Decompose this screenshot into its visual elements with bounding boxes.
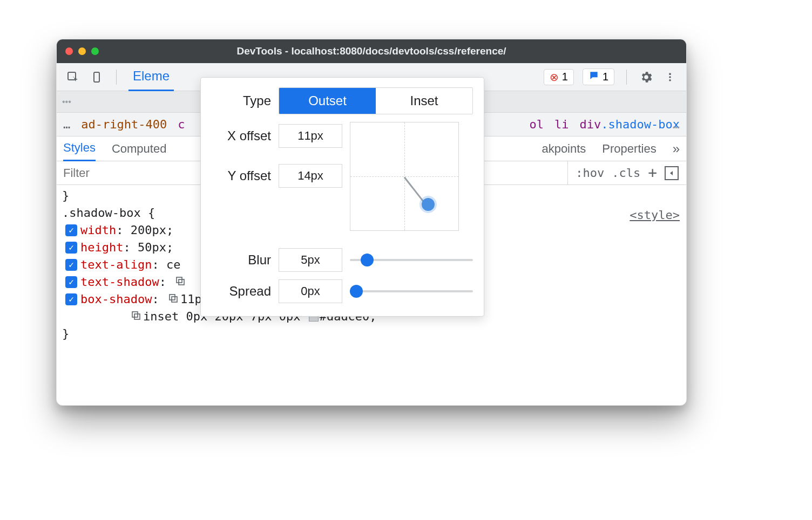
filter-tools: :hov .cls + — [567, 161, 686, 184]
errors-count: 1 — [562, 71, 568, 83]
window-close-dot[interactable] — [65, 47, 73, 55]
hov-toggle[interactable]: :hov — [576, 166, 604, 180]
breadcrumb-li[interactable]: li — [554, 118, 569, 131]
traffic-lights — [65, 47, 99, 55]
spread-input[interactable] — [279, 279, 342, 303]
type-segmented-control: Outset Inset — [279, 87, 473, 114]
svg-rect-8 — [172, 297, 177, 302]
prop-checkbox[interactable]: ✓ — [65, 259, 77, 271]
tab-breakpoints[interactable]: akpoints — [542, 142, 586, 156]
inset-button[interactable]: Inset — [376, 88, 472, 114]
breadcrumb-class-fragment[interactable]: ad-right-400 — [81, 118, 167, 131]
toolbar-divider — [116, 70, 117, 85]
titlebar: DevTools - localhost:8080/docs/devtools/… — [57, 39, 686, 63]
svg-rect-7 — [170, 295, 175, 300]
popup-x-label: X offset — [212, 128, 279, 143]
window-minimize-dot[interactable] — [78, 47, 86, 55]
closing-brace: } — [62, 325, 681, 343]
messages-badge[interactable]: 1 — [583, 69, 614, 85]
gear-icon[interactable] — [639, 70, 654, 85]
svg-rect-6 — [179, 279, 184, 285]
blur-input[interactable] — [279, 248, 342, 272]
window-title: DevTools - localhost:8080/docs/devtools/… — [57, 45, 686, 57]
prop-checkbox[interactable]: ✓ — [65, 293, 77, 305]
inspect-icon[interactable] — [65, 70, 80, 85]
dom-ellipsis: ••• — [62, 97, 71, 107]
spread-slider[interactable] — [350, 290, 473, 292]
prop-checkbox[interactable]: ✓ — [65, 242, 77, 254]
devtools-window: DevTools - localhost:8080/docs/devtools/… — [56, 39, 687, 406]
prop-name: box-shadow — [80, 292, 152, 306]
prop-name: height — [80, 241, 123, 254]
svg-rect-10 — [134, 314, 140, 319]
shadow-editor-icon[interactable] — [131, 308, 141, 325]
svg-point-2 — [669, 73, 671, 75]
offset-picker[interactable] — [350, 122, 459, 231]
tab-computed[interactable]: Computed — [112, 142, 167, 156]
blur-slider[interactable] — [350, 259, 473, 261]
errors-badge[interactable]: ⊗ 1 — [544, 69, 574, 85]
prop-value: ce — [166, 258, 181, 271]
window-zoom-dot[interactable] — [91, 47, 99, 55]
breadcrumb-trail-ellipsis: … — [673, 118, 680, 131]
kebab-icon[interactable] — [662, 70, 678, 85]
svg-rect-9 — [132, 312, 138, 317]
tab-styles[interactable]: Styles — [63, 136, 96, 161]
toggle-panel-icon[interactable] — [665, 166, 679, 180]
messages-count: 1 — [603, 71, 608, 83]
offset-handle[interactable] — [422, 198, 435, 211]
prop-value: 50px; — [138, 241, 173, 254]
svg-rect-1 — [94, 72, 99, 82]
prop-name: width — [80, 223, 116, 237]
svg-point-4 — [669, 79, 671, 81]
breadcrumb-selected-tag: div — [580, 118, 601, 131]
breadcrumb-lead-ellipsis: … — [63, 118, 70, 131]
message-icon — [588, 70, 599, 84]
error-icon: ⊗ — [550, 71, 559, 84]
shadow-editor-icon[interactable] — [175, 273, 185, 291]
shadow-editor-icon[interactable] — [168, 291, 178, 308]
y-offset-input[interactable] — [279, 164, 342, 188]
x-offset-input[interactable] — [279, 124, 342, 148]
more-tabs-icon[interactable]: » — [673, 141, 680, 156]
tab-elements[interactable]: Eleme — [128, 63, 174, 91]
cls-toggle[interactable]: .cls — [612, 166, 640, 180]
style-source-link[interactable]: <style> — [630, 207, 680, 224]
device-toggle-icon[interactable] — [89, 70, 104, 85]
shadow-editor-popup: Type Outset Inset X offset Y offset — [200, 77, 484, 317]
breadcrumb-tag-partial[interactable]: c — [178, 118, 185, 131]
outset-button[interactable]: Outset — [279, 88, 376, 114]
breadcrumb-selected-class: .shadow-box — [601, 118, 680, 131]
breadcrumb-ol[interactable]: ol — [530, 118, 544, 131]
prop-name: text-shadow — [80, 275, 159, 289]
popup-type-label: Type — [212, 93, 279, 108]
popup-y-label: Y offset — [212, 168, 279, 183]
prop-checkbox[interactable]: ✓ — [65, 224, 77, 236]
toolbar-divider-2 — [626, 70, 627, 85]
prop-value: 200px; — [131, 223, 173, 237]
breadcrumb-selected[interactable]: div.shadow-box — [580, 118, 680, 131]
svg-point-3 — [669, 76, 671, 78]
svg-rect-5 — [177, 277, 182, 283]
tab-properties[interactable]: Properties — [602, 142, 656, 156]
prop-name: text-align — [80, 258, 152, 271]
popup-blur-label: Blur — [212, 252, 279, 268]
popup-spread-label: Spread — [212, 284, 279, 299]
prop-checkbox[interactable]: ✓ — [65, 276, 77, 288]
new-rule-button[interactable]: + — [648, 164, 657, 182]
